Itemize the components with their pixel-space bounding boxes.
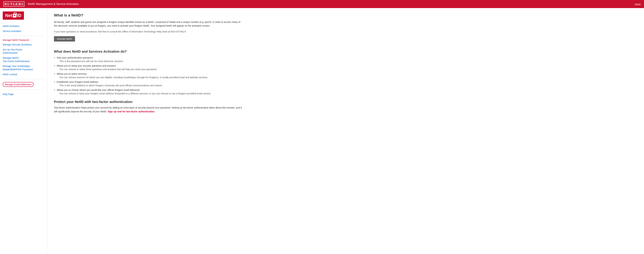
header-left: RUTGERS NetID Management & Service Activ…	[3, 2, 79, 6]
sidebar-item-manage-scarletapps[interactable]: Manage Your ScarletApps Mobile/IMAP/POP …	[3, 64, 44, 72]
list-item-1-main: Allows you to setup your security questi…	[57, 64, 116, 67]
rutgers-logo-text: RUTGERS	[3, 1, 24, 6]
netid-description-para1: All faculty, staff, students and guests …	[54, 20, 243, 28]
list-item-3-sub: This is the email address to which Rutge…	[57, 84, 243, 87]
sidebar-item-setup-two-factor[interactable]: Set Up Two-Factor Authentication	[3, 47, 44, 55]
netid-logo-right: ID	[17, 13, 22, 18]
sidebar-top-section: NetID Activation Service Activation	[3, 24, 44, 34]
list-item-3: Establishes your Rutgers email address T…	[54, 80, 243, 88]
list-item-4-main: Allows you to choose where you would lik…	[57, 89, 140, 91]
what-does-heading: What does NetID and Services Activation …	[54, 50, 243, 53]
what-is-netid-heading: What is a NetID?	[54, 13, 243, 17]
sidebar-highlighted-section: Manage Email Addresses	[3, 81, 44, 88]
list-item-4-sub: You can choose to have your Rutgers emai…	[57, 92, 243, 95]
sidebar-divider-3	[3, 90, 44, 90]
netid-logo-left: Net	[5, 13, 12, 18]
sidebar-divider-1	[3, 36, 44, 36]
sidebar-item-netid-lookup[interactable]: NetID Lookup	[3, 72, 44, 77]
header-title: NetID Management & Service Activation	[28, 2, 79, 6]
list-item-4: Allows you to choose where you would lik…	[54, 88, 243, 96]
netid-logo: Net ID	[3, 11, 24, 20]
list-item-0: Sets your authentication password This i…	[54, 55, 243, 64]
signup-two-factor-link[interactable]: Sign up now for two-factor authenticatio…	[108, 110, 155, 113]
activate-netid-button[interactable]: Activate NetID	[54, 36, 75, 42]
home-link[interactable]: Home	[635, 3, 641, 5]
main-content: What is a NetID? All faculty, staff, stu…	[47, 8, 250, 254]
header: RUTGERS NetID Management & Service Activ…	[0, 0, 644, 8]
protect-para: Two-factor authentication helps protect …	[54, 106, 243, 113]
netid-logo-container: Net ID	[3, 11, 44, 20]
sidebar-item-service-activation[interactable]: Service Activation	[3, 29, 44, 34]
list-item-1: Allows you to setup your security questi…	[54, 64, 243, 72]
sidebar-item-manage-netid-plus[interactable]: Manage NetID+ Two Factor Authentication	[3, 55, 44, 64]
lock-icon	[13, 14, 16, 17]
sidebar-divider-2	[3, 79, 44, 79]
list-item-2: Allows you to select services You can ch…	[54, 72, 243, 80]
list-item-0-sub: This is the password you will use for mo…	[57, 60, 243, 63]
sidebar-item-manage-security-questions[interactable]: Manage Security Questions	[3, 42, 44, 47]
list-item-2-main: Allows you to select services	[57, 73, 87, 75]
list-item-1-sub: You can choose to select three questions…	[57, 68, 243, 71]
sidebar-item-netid-activation[interactable]: NetID Activation	[3, 24, 44, 29]
sidebar-bottom-section: FAQ Page	[3, 92, 44, 97]
protect-heading: Protect your NetID with two-factor authe…	[54, 100, 243, 104]
list-item-0-main: Sets your authentication password	[57, 56, 93, 59]
netid-description-para2: If you have questions or need assistance…	[54, 30, 243, 33]
sidebar-section-title: Manage NetID Password	[3, 38, 44, 42]
features-list: Sets your authentication password This i…	[54, 55, 243, 96]
layout: Net ID NetID Activation Service Activati…	[0, 8, 644, 254]
rutgers-logo: RUTGERS	[3, 2, 24, 6]
sidebar-item-manage-email[interactable]: Manage Email Addresses	[3, 82, 34, 87]
sidebar-item-faq[interactable]: FAQ Page	[3, 92, 44, 97]
list-item-2-sub: You can choose services for which you ar…	[57, 76, 243, 79]
sidebar-middle-section: Manage NetID Password Manage Security Qu…	[3, 38, 44, 77]
sidebar: Net ID NetID Activation Service Activati…	[0, 8, 47, 254]
list-item-3-main: Establishes your Rutgers email address	[57, 81, 98, 83]
